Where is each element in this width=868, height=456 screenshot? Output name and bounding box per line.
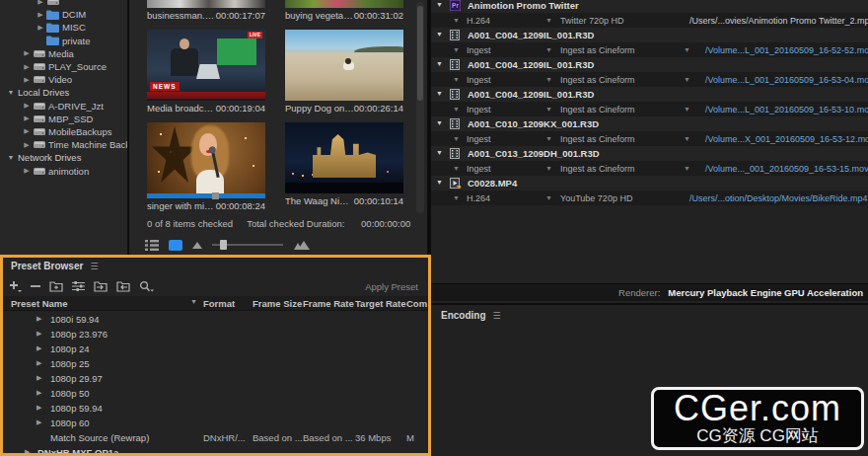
scrub-handle[interactable] [212, 192, 219, 199]
sidebar-item-mobilebackups[interactable]: ▶MobileBackups [0, 125, 127, 138]
preset-row[interactable]: ▶1080p 59.94 [3, 401, 428, 416]
collapse-arrow-icon[interactable]: ▼ [436, 179, 443, 186]
clip-card[interactable]: businessman.mov00:00:17:07 [146, 0, 266, 22]
sidebar-item-a-drive-jzt[interactable]: ▶A-DRIVE_Jzt [0, 100, 127, 113]
thumbnail-view-button[interactable] [169, 240, 182, 251]
preset-row[interactable]: ▶1080p 23.976 [3, 327, 428, 342]
expand-arrow-icon[interactable]: ▶ [36, 315, 41, 323]
preset-row[interactable]: ▶1080p 60 [3, 416, 428, 430]
clip-card[interactable]: The Waag Nieuwm...00:00:10:14 [284, 122, 404, 207]
expand-arrow-icon[interactable]: ▶ [22, 76, 32, 84]
expand-arrow-icon[interactable]: ▶ [22, 127, 32, 135]
sidebar-item-local-drives[interactable]: ▼Local Drives [0, 86, 127, 99]
list-view-button[interactable] [145, 240, 159, 251]
output-path-link[interactable]: /Volume...L_001_20160509_16-53-04.mov [705, 75, 868, 85]
sidebar-item-mbp-ssd[interactable]: ▶MBP_SSD [0, 113, 127, 125]
format-dropdown[interactable]: Ingest [467, 105, 491, 114]
sidebar-item-misc[interactable]: ▶MISC [0, 21, 127, 34]
column-frame-size[interactable]: Frame Size [253, 298, 302, 309]
column-frame-rate[interactable]: Frame Rate [303, 298, 354, 309]
format-dropdown-icon[interactable]: ▼ [453, 106, 460, 113]
output-path-dropdown-icon[interactable]: ▼ [684, 165, 690, 172]
clip-card[interactable]: Puppy Dog on the...00:00:26:14 [284, 30, 404, 114]
sidebar-item-video[interactable]: ▶Video [0, 73, 127, 86]
format-dropdown-icon[interactable]: ▼ [453, 46, 460, 53]
sidebar-item-partial[interactable]: ▶ [0, 0, 127, 8]
export-preset-icon[interactable] [116, 280, 130, 292]
preset-row[interactable]: ▶1080i 59.94 [3, 312, 428, 327]
clip-scrub-bar[interactable] [147, 193, 265, 198]
sort-arrow-icon[interactable]: ▼ [190, 298, 197, 305]
scrollbar-thumb[interactable] [417, 6, 423, 101]
sidebar-item-time-machine-backups[interactable]: ▶Time Machine Backups [0, 138, 127, 151]
collapse-arrow-icon[interactable]: ▼ [436, 1, 443, 8]
preset-dropdown-icon[interactable]: ▼ [545, 106, 552, 113]
sidebar-item-private[interactable]: private [0, 35, 127, 47]
preset-dropdown[interactable]: Ingest as Cineform [560, 134, 635, 144]
media-browser-scrollbar[interactable] [416, 2, 424, 213]
preset-dropdown[interactable]: Ingest as Cineform [560, 75, 635, 85]
delete-preset-icon[interactable] [31, 280, 40, 292]
queue-source-row[interactable]: ▼A001_C004_1209IL_001.R3D [431, 87, 868, 102]
preset-dropdown-icon[interactable]: ▼ [545, 194, 552, 201]
preset-dropdown-icon[interactable]: ▼ [545, 135, 552, 142]
output-path-link[interactable]: /Users/...otion/Desktop/Movies/BikeRide.… [689, 193, 868, 203]
expand-arrow-icon[interactable]: ▶ [22, 141, 32, 149]
expand-arrow-icon[interactable]: ▶ [36, 344, 41, 352]
format-dropdown[interactable]: Ingest [467, 45, 491, 55]
queue-source-row[interactable]: ▼A001_C004_1209IL_001.R3D [431, 57, 868, 72]
expand-arrow-icon[interactable]: ▶ [36, 24, 45, 32]
collapse-arrow-icon[interactable]: ▼ [436, 119, 443, 126]
format-dropdown[interactable]: Ingest [467, 75, 491, 85]
queue-source-row[interactable]: ▼A001_C004_1209IL_001.R3D [431, 28, 868, 42]
output-path-dropdown-icon[interactable]: ▼ [684, 106, 690, 113]
slider-handle[interactable] [220, 240, 227, 250]
expand-arrow-icon[interactable]: ▶ [36, 418, 41, 426]
preset-row[interactable]: ▶1080p 50 [3, 386, 428, 401]
output-path-dropdown-icon[interactable]: ▼ [684, 135, 690, 142]
output-path-dropdown-icon[interactable]: ▼ [684, 46, 690, 53]
output-path-link[interactable]: /Volume...X_001_20160509_16-53-12.mov [705, 134, 868, 144]
renderer-value-dropdown[interactable]: Mercury Playback Engine GPU Acceleration [668, 287, 863, 298]
queue-source-row[interactable]: ▼PrAnimotion Promo Twitter [431, 0, 868, 13]
zoom-out-thumbnails-icon[interactable] [192, 242, 202, 249]
expand-arrow-icon[interactable]: ▶ [22, 63, 32, 71]
format-dropdown[interactable]: H.264 [467, 16, 490, 26]
collapse-arrow-icon[interactable]: ▼ [6, 89, 16, 96]
clip-thumbnail[interactable] [147, 122, 265, 193]
format-dropdown-icon[interactable]: ▼ [453, 194, 460, 201]
queue-source-row[interactable]: ▼A001_C010_1209KX_001.R3D [431, 116, 868, 131]
preset-row[interactable]: Match Source (Rewrap)DNxHR/...Based on .… [3, 430, 428, 445]
preset-dropdown-icon[interactable]: ▼ [545, 76, 552, 83]
preset-row[interactable]: ▶1080p 29.97 [3, 371, 428, 386]
expand-arrow-icon[interactable]: ▶ [22, 114, 32, 122]
create-preset-icon[interactable] [9, 280, 22, 292]
expand-arrow-icon[interactable]: ▶ [22, 49, 32, 57]
panel-menu-icon[interactable]: ☰ [493, 311, 501, 321]
preset-row[interactable]: ▶DNxHR MXF OP1a [3, 445, 428, 456]
expand-arrow-icon[interactable]: ▶ [36, 0, 45, 6]
column-comment[interactable]: Com [406, 298, 427, 309]
output-path[interactable]: /Users/...ovies/Animotion Promo Twitter_… [689, 16, 868, 26]
preset-dropdown[interactable]: Ingest as Cineform [560, 164, 635, 174]
clip-thumbnail[interactable] [285, 122, 403, 193]
sidebar-item-dcim[interactable]: ▶DCIM [0, 8, 127, 21]
expand-arrow-icon[interactable]: ▶ [36, 374, 41, 382]
preset-row[interactable]: ▶1080p 24 [3, 342, 428, 356]
panel-menu-icon[interactable]: ☰ [90, 262, 98, 271]
clip-card[interactable]: LIVENEWSMedia broadcaster...00:00:19:04 [146, 30, 266, 114]
preset-dropdown-icon[interactable]: ▼ [545, 165, 552, 172]
format-dropdown-icon[interactable]: ▼ [453, 165, 460, 172]
thumbnail-size-slider[interactable] [212, 244, 283, 246]
expand-arrow-icon[interactable]: ▶ [36, 359, 41, 367]
expand-arrow-icon[interactable]: ▶ [25, 448, 30, 456]
collapse-arrow-icon[interactable]: ▼ [436, 149, 443, 156]
clip-thumbnail[interactable] [285, 30, 403, 101]
column-format[interactable]: Format [203, 298, 235, 309]
expand-arrow-icon[interactable]: ▶ [22, 167, 32, 175]
output-path-dropdown-icon[interactable]: ▼ [684, 76, 690, 83]
search-icon[interactable] [139, 280, 154, 292]
expand-arrow-icon[interactable]: ▶ [22, 102, 32, 110]
sidebar-item-animotion[interactable]: ▶animotion [0, 164, 127, 177]
apply-preset-button[interactable]: Apply Preset [365, 281, 418, 292]
